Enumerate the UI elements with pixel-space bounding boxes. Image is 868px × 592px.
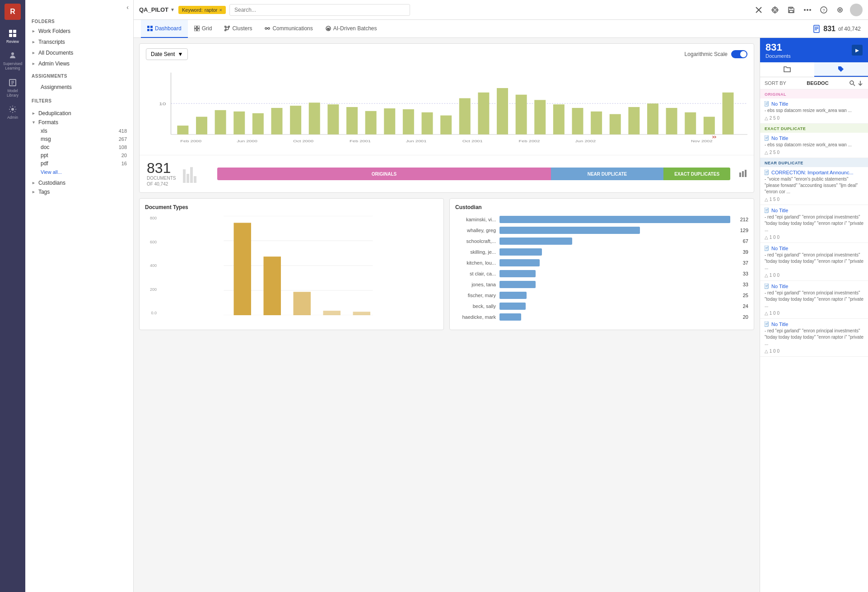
custodian-count: 129 <box>734 228 748 233</box>
y-label-400: 400 <box>145 263 157 268</box>
filter-deduplication[interactable]: ► Deduplication <box>32 109 127 118</box>
svg-rect-65 <box>422 112 433 135</box>
sidebar-item-admin-views[interactable]: ► Admin Views <box>25 58 133 69</box>
keyword-tag: Keyword: raptor × <box>178 6 226 14</box>
tab-dashboard[interactable]: Dashboard <box>141 20 188 38</box>
chart-options-icon[interactable] <box>739 170 747 178</box>
svg-point-21 <box>807 9 808 11</box>
doc-title[interactable]: No Title <box>765 284 863 289</box>
svg-text:Jun 2002: Jun 2002 <box>575 139 596 143</box>
svg-rect-0 <box>9 30 12 33</box>
format-ppt[interactable]: ppt 20 <box>32 151 127 159</box>
right-tab-tag[interactable] <box>814 62 868 77</box>
svg-rect-58 <box>290 106 301 135</box>
svg-rect-72 <box>553 104 565 134</box>
svg-point-110 <box>850 81 854 84</box>
doc-preview: - red "epi garland" "enron principal inv… <box>765 252 863 271</box>
custodian-count: 212 <box>734 217 748 222</box>
nav-supervised-learning[interactable]: Supervised Learning <box>0 47 25 74</box>
date-selector-dropdown[interactable]: Date Sent ▼ <box>146 48 188 60</box>
right-tab-folder[interactable] <box>760 62 814 77</box>
svg-line-111 <box>853 84 855 86</box>
more-options-button[interactable] <box>801 4 814 16</box>
app-title-dropdown-icon[interactable]: ▼ <box>170 7 175 12</box>
custodian-name: fischer, mary <box>455 293 496 298</box>
custodian-rows: kaminski, vi... 212 whalley, greg 129 sc… <box>455 216 748 321</box>
tab-grid[interactable]: Grid <box>188 20 219 38</box>
search-input[interactable] <box>229 4 410 16</box>
doc-title[interactable]: No Title <box>765 246 863 251</box>
assignments-section-title: ASSIGNMENTS <box>25 69 133 80</box>
time-chart-card: Date Sent ▼ Logarithmic Scale <box>139 43 754 193</box>
nav-admin[interactable]: Admin <box>0 101 25 123</box>
view-all-formats-link[interactable]: View all... <box>41 169 62 175</box>
help-button[interactable]: ? <box>817 4 830 16</box>
custodian-bar-container <box>499 238 730 245</box>
svg-rect-57 <box>271 108 283 135</box>
assignments-link[interactable]: Assignments <box>32 82 127 92</box>
custodian-bar <box>499 238 572 245</box>
dropdown-arrow-icon: ▼ <box>177 51 183 57</box>
svg-point-4 <box>11 52 14 55</box>
nav-model-library[interactable]: Model Library <box>0 75 25 101</box>
custodian-name: st clair, ca... <box>455 271 496 276</box>
format-doc[interactable]: doc 108 <box>32 143 127 151</box>
custodian-name: jones, tana <box>455 282 496 287</box>
top-bar-actions: ? <box>752 4 863 16</box>
svg-text:Nov 2002: Nov 2002 <box>691 139 712 143</box>
log-scale-toggle[interactable] <box>731 50 747 58</box>
target-button[interactable] <box>769 4 781 16</box>
format-xls[interactable]: xls 418 <box>32 127 127 135</box>
custodian-bar <box>499 281 536 288</box>
custodian-row: jones, tana 33 <box>455 281 748 288</box>
format-msg[interactable]: msg 267 <box>32 135 127 143</box>
tab-clusters[interactable]: Clusters <box>218 20 258 38</box>
doc-title[interactable]: No Title <box>765 101 863 107</box>
svg-rect-52 <box>177 126 188 135</box>
svg-rect-131 <box>765 322 768 326</box>
svg-rect-104 <box>353 312 371 315</box>
svg-rect-28 <box>150 26 153 28</box>
custodian-row: schoolcraft,... 67 <box>455 238 748 245</box>
sidebar-item-work-folders[interactable]: ► Work Folders <box>25 26 133 37</box>
doc-types-title: Document Types <box>145 204 438 210</box>
doc-file-icon <box>765 101 769 107</box>
doc-title[interactable]: No Title <box>765 208 863 213</box>
search-icon[interactable] <box>849 80 855 86</box>
custodian-bar <box>499 270 536 277</box>
svg-rect-29 <box>147 29 149 31</box>
svg-point-36 <box>225 26 226 27</box>
app-logo[interactable]: R <box>5 4 21 20</box>
doc-title[interactable]: No Title <box>765 322 863 327</box>
view-toggle-button[interactable] <box>834 4 846 16</box>
sort-arrow-icon[interactable] <box>857 80 863 86</box>
sidebar-item-all-documents[interactable]: ► All Documents <box>25 47 133 58</box>
sort-value: BEGDOC <box>807 80 828 86</box>
arrow-icon: ► <box>32 51 36 55</box>
svg-rect-53 <box>196 117 207 135</box>
app-name: QA_PILOT <box>139 6 168 13</box>
sidebar-collapse-button[interactable]: ‹ <box>126 4 129 11</box>
right-panel-expand-button[interactable]: ► <box>852 45 863 56</box>
filter-tags[interactable]: ► Tags <box>32 187 127 196</box>
tab-ai-batches[interactable]: AI AI-Driven Batches <box>319 20 383 38</box>
tab-communications[interactable]: Communications <box>258 20 319 38</box>
filter-custodians[interactable]: ► Custodians <box>32 178 127 187</box>
sidebar-item-transcripts[interactable]: ► Transcripts <box>25 37 133 47</box>
filter-formats[interactable]: ▼ Formats <box>32 118 127 127</box>
doc-item: CORRECTION: Important Announc... - "voic… <box>760 167 868 205</box>
svg-point-35 <box>226 27 229 30</box>
user-avatar[interactable] <box>850 4 863 16</box>
svg-rect-71 <box>534 100 546 134</box>
doc-title[interactable]: CORRECTION: Important Announc... <box>765 170 863 175</box>
svg-point-39 <box>265 28 267 29</box>
doc-file-icon <box>765 208 769 213</box>
custodian-bar-container <box>499 270 730 277</box>
nav-review[interactable]: Review <box>0 25 25 47</box>
doc-title[interactable]: No Title <box>765 135 863 141</box>
close-button[interactable] <box>752 4 765 16</box>
keyword-remove-button[interactable]: × <box>219 7 222 13</box>
save-button[interactable] <box>785 4 798 16</box>
custodian-count: 39 <box>734 249 748 255</box>
format-pdf[interactable]: pdf 16 <box>32 159 127 168</box>
